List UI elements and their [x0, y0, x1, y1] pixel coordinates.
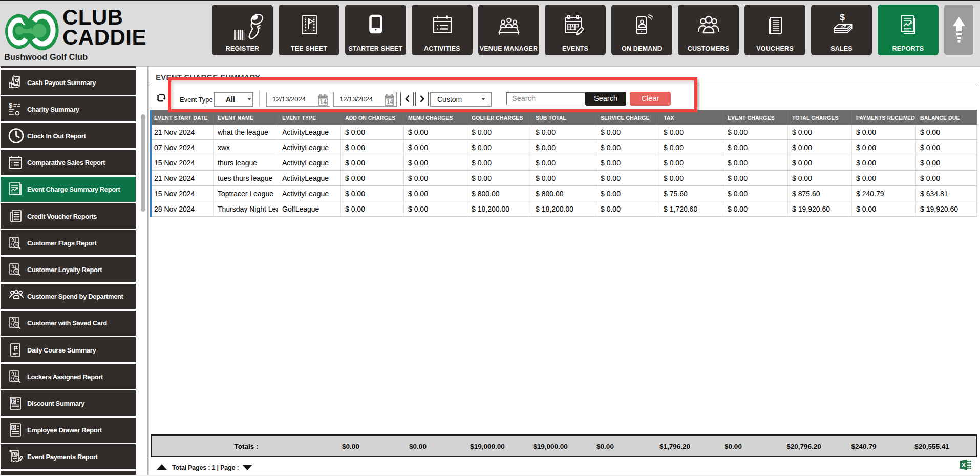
- svg-text:%: %: [15, 243, 18, 247]
- svg-text:%: %: [15, 270, 18, 274]
- svg-text:$: $: [14, 452, 16, 457]
- svg-text:$: $: [840, 12, 845, 23]
- svg-text:$: $: [13, 398, 15, 403]
- svg-text:%: %: [15, 377, 18, 381]
- svg-text:X: X: [962, 461, 966, 469]
- svg-text:%: %: [15, 323, 18, 327]
- svg-text:$: $: [13, 425, 15, 430]
- svg-text:$: $: [9, 101, 13, 109]
